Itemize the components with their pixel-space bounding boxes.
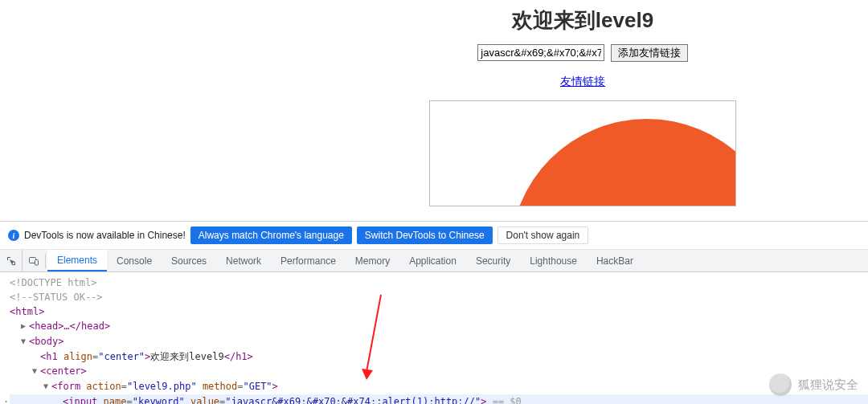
friend-link[interactable]: 友情链接 bbox=[560, 75, 605, 88]
dom-line[interactable]: <!DOCTYPE html> bbox=[10, 277, 96, 288]
friend-links-row: 友情链接 bbox=[0, 75, 868, 89]
watermark-text: 狐狸说安全 bbox=[798, 377, 858, 393]
elements-tree[interactable]: <!DOCTYPE html> <!--STATUS OK--> <html> … bbox=[0, 272, 868, 404]
disclosure-down-icon[interactable]: ▼ bbox=[43, 379, 51, 394]
always-match-button[interactable]: Always match Chrome's language bbox=[190, 226, 352, 244]
devtools-tabs: Elements Console Sources Network Perform… bbox=[0, 250, 868, 272]
result-image bbox=[429, 100, 736, 206]
dom-line[interactable]: <h1 align="center">欢迎来到level9</h1> bbox=[10, 349, 868, 364]
dom-line[interactable]: ▼<form action="level9.php" method="GET"> bbox=[10, 379, 868, 394]
disclosure-down-icon[interactable]: ▼ bbox=[21, 334, 29, 349]
tab-memory[interactable]: Memory bbox=[346, 250, 399, 271]
tab-security[interactable]: Security bbox=[466, 250, 520, 271]
keyword-input[interactable] bbox=[477, 44, 604, 61]
dismiss-button[interactable]: Don't show again bbox=[497, 226, 589, 244]
dom-line[interactable]: ▼<body> bbox=[10, 334, 868, 349]
watermark: 狐狸说安全 bbox=[769, 373, 858, 396]
tab-application[interactable]: Application bbox=[399, 250, 466, 271]
infobar-message: DevTools is now available in Chinese! bbox=[24, 230, 186, 241]
dom-line-selected[interactable]: <input name="keyword" value="javascr&#x6… bbox=[10, 394, 868, 404]
image-row bbox=[0, 100, 868, 209]
devtools-infobar: i DevTools is now available in Chinese! … bbox=[0, 221, 868, 250]
watermark-icon bbox=[769, 373, 792, 396]
dom-line[interactable]: ▼<center> bbox=[10, 364, 868, 379]
tab-elements[interactable]: Elements bbox=[47, 250, 107, 271]
dom-line[interactable]: <html> bbox=[10, 304, 868, 319]
disclosure-right-icon[interactable]: ▶ bbox=[21, 319, 29, 333]
dom-line[interactable]: <!--STATUS OK--> bbox=[10, 292, 103, 303]
tab-lighthouse[interactable]: Lighthouse bbox=[520, 250, 587, 271]
tab-network[interactable]: Network bbox=[216, 250, 271, 271]
inspect-icon[interactable] bbox=[0, 250, 23, 271]
tab-separator bbox=[45, 254, 46, 268]
tab-hackbar[interactable]: HackBar bbox=[587, 250, 643, 271]
submit-button[interactable]: 添加友情链接 bbox=[611, 44, 688, 62]
page-title: 欢迎来到level9 bbox=[0, 6, 868, 35]
disclosure-down-icon[interactable]: ▼ bbox=[32, 364, 40, 378]
page-viewport: 欢迎来到level9 添加友情链接 友情链接 bbox=[0, 0, 868, 221]
tab-console[interactable]: Console bbox=[107, 250, 162, 271]
tab-performance[interactable]: Performance bbox=[271, 250, 346, 271]
dom-line[interactable]: ▶<head>…</head> bbox=[10, 319, 868, 334]
switch-language-button[interactable]: Switch DevTools to Chinese bbox=[357, 226, 493, 244]
link-form: 添加友情链接 bbox=[0, 44, 868, 62]
svg-rect-1 bbox=[35, 259, 39, 265]
info-icon: i bbox=[8, 230, 19, 241]
device-toggle-icon[interactable] bbox=[23, 250, 45, 271]
tab-sources[interactable]: Sources bbox=[162, 250, 216, 271]
